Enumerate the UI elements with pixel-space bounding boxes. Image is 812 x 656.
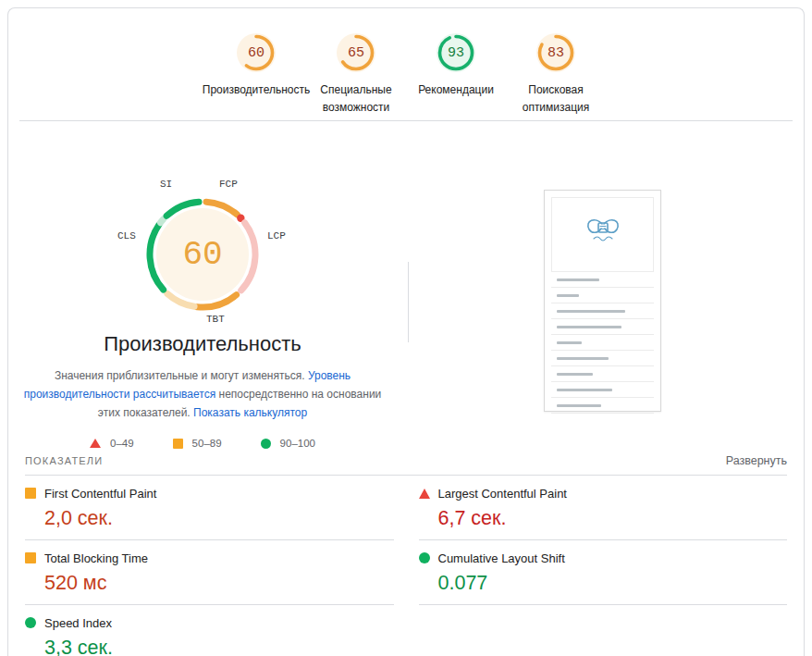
category-scores-row: 60 Производительность 65 Специальные воз… xyxy=(8,8,804,120)
best-practices-score-gauge: 93 xyxy=(436,32,476,73)
gauge-label-fcp: FCP xyxy=(219,179,238,190)
report-body: 60 SI FCP LCP TBT CLS Производительность… xyxy=(8,121,804,452)
triangle-icon xyxy=(419,489,430,499)
performance-title: Производительность xyxy=(8,332,397,356)
gauge-label-tbt: TBT xyxy=(206,314,225,325)
show-calculator-link[interactable]: Показать калькулятор xyxy=(193,406,307,419)
legend-pass-range: 90–100 xyxy=(280,438,315,449)
circle-icon xyxy=(261,439,271,449)
gauge-label-cls: CLS xyxy=(117,230,136,241)
performance-gauge: 60 SI FCP LCP TBT CLS xyxy=(92,169,314,328)
square-icon xyxy=(25,488,36,499)
metric-total-blocking-time: Total Blocking Time 520 мс xyxy=(25,540,394,605)
metrics-header-row: ПОКАЗАТЕЛИ Развернуть xyxy=(8,452,804,475)
legend-pass: 90–100 xyxy=(261,438,315,449)
thumbnail-menu-row xyxy=(551,303,654,319)
thumbnail-menu-row xyxy=(551,398,654,414)
square-icon xyxy=(25,552,36,563)
metrics-section-title: ПОКАЗАТЕЛИ xyxy=(25,455,103,466)
thumbnail-menu-row xyxy=(551,288,654,303)
category-best-practices[interactable]: 93 Рекомендации xyxy=(406,32,506,120)
square-icon xyxy=(173,439,183,449)
performance-score-value: 60 xyxy=(236,32,277,73)
thumbnail-menu-row xyxy=(551,335,654,351)
thumbnail-menu-list xyxy=(551,272,654,414)
lighthouse-report-card: 60 Производительность 65 Специальные воз… xyxy=(7,7,805,656)
thumbnail-menu-row xyxy=(551,382,654,398)
thumbnail-menu-row xyxy=(551,351,654,366)
metrics-grid: First Contentful Paint 2,0 сек. Largest … xyxy=(8,476,804,656)
metric-cumulative-layout-shift: Cumulative Layout Shift 0.077 xyxy=(419,540,788,605)
legend-fail: 0–49 xyxy=(90,438,134,449)
category-accessibility[interactable]: 65 Специальные возможности xyxy=(306,32,406,120)
thumbnail-menu-row xyxy=(551,272,654,288)
screenshot-column xyxy=(397,121,804,452)
performance-gauge-score: 60 xyxy=(141,193,264,316)
triangle-icon xyxy=(90,439,101,448)
seo-score-gauge: 83 xyxy=(535,32,576,73)
performance-summary-column: 60 SI FCP LCP TBT CLS Производительность… xyxy=(8,121,397,452)
legend-average-range: 50–89 xyxy=(192,438,222,449)
accessibility-score-gauge: 65 xyxy=(336,32,376,73)
circle-icon xyxy=(25,617,36,628)
category-seo[interactable]: 83 Поисковая оптимизация xyxy=(506,32,606,120)
thumbnail-menu-row xyxy=(551,366,654,382)
category-performance[interactable]: 60 Производительность xyxy=(206,32,306,120)
metric-empty-cell xyxy=(419,605,788,656)
metric-value: 0.077 xyxy=(438,571,788,595)
metric-first-contentful-paint: First Contentful Paint 2,0 сек. xyxy=(25,476,394,540)
score-legend: 0–49 50–89 90–100 xyxy=(8,438,397,449)
metric-value: 520 мс xyxy=(44,571,394,595)
site-logo-icon xyxy=(581,217,625,254)
performance-description: Значения приблизительные и могут изменят… xyxy=(21,366,384,422)
gauge-label-lcp: LCP xyxy=(267,230,286,241)
metric-value: 2,0 сек. xyxy=(44,506,394,530)
seo-score-label: Поисковая оптимизация xyxy=(495,81,617,117)
circle-icon xyxy=(419,552,430,563)
performance-score-gauge: 60 xyxy=(236,32,277,73)
legend-fail-range: 0–49 xyxy=(110,438,134,449)
metric-value: 6,7 сек. xyxy=(438,506,788,530)
thumbnail-header xyxy=(551,197,654,272)
legend-average: 50–89 xyxy=(173,438,222,449)
metric-speed-index: Speed Index 3,3 сек. xyxy=(25,605,394,656)
metric-largest-contentful-paint: Largest Contentful Paint 6,7 сек. xyxy=(419,476,788,540)
gauge-label-si: SI xyxy=(160,179,172,190)
best-practices-score-value: 93 xyxy=(436,32,476,73)
seo-score-value: 83 xyxy=(535,32,576,73)
thumbnail-menu-row xyxy=(551,319,654,335)
metric-value: 3,3 сек. xyxy=(44,636,394,656)
page-screenshot-thumbnail xyxy=(544,190,661,412)
expand-button[interactable]: Развернуть xyxy=(726,454,787,467)
accessibility-score-value: 65 xyxy=(336,32,376,73)
description-text-1: Значения приблизительные и могут изменят… xyxy=(55,369,308,382)
